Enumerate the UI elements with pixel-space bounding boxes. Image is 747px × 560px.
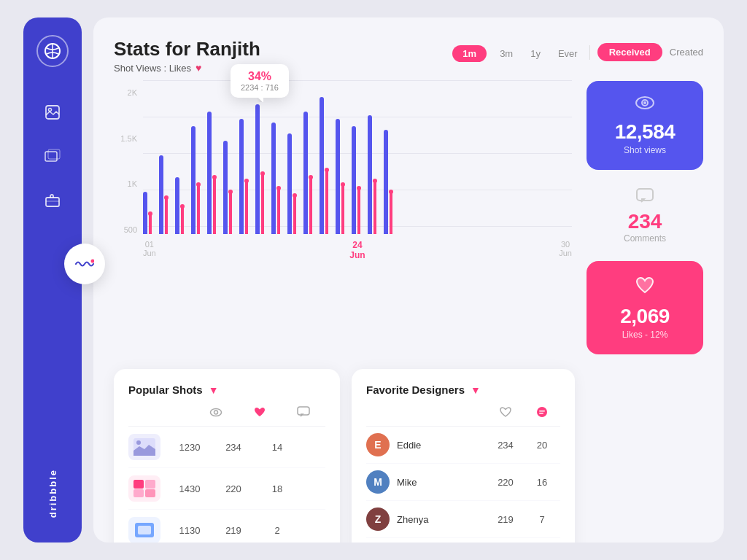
bar-group-10: [287, 133, 296, 234]
bar-group-16: [384, 130, 392, 234]
svg-point-11: [643, 101, 646, 104]
filter-1m[interactable]: 1m: [452, 45, 487, 62]
svg-rect-20: [133, 489, 144, 497]
bar-group-12: [320, 97, 328, 234]
activity-button[interactable]: [64, 244, 105, 284]
chart-container: 500 1K 1.5K 2K: [114, 81, 572, 271]
likes-value: 2,069: [598, 305, 692, 328]
svg-point-17: [136, 440, 141, 445]
stats-cards: 12,584 Shot views 234 Comments: [587, 81, 703, 354]
favorite-designers-title-text: Favorite Designers: [366, 384, 465, 396]
favorite-designers-dropdown[interactable]: ▼: [471, 384, 481, 396]
eddie-name: Eddie: [397, 440, 487, 451]
bar-group-1: [143, 192, 152, 234]
subtitle-text: Shot Views : Likes: [114, 63, 191, 74]
shot-3-comments: 2: [255, 525, 299, 536]
svg-rect-4: [45, 152, 57, 161]
popular-shots-dropdown[interactable]: ▼: [209, 384, 219, 396]
heart-icon: [598, 276, 692, 299]
shot-views-value: 12,584: [598, 120, 692, 144]
x-label-24: 24 Jun: [349, 240, 365, 260]
eddie-comments: 20: [524, 440, 560, 451]
page-title: Stats for Ranjith: [114, 38, 260, 61]
filter-ever[interactable]: Ever: [554, 45, 582, 62]
comments-label: Comments: [587, 233, 703, 244]
designers-likes-header: [487, 406, 524, 420]
bar-group-15: [368, 115, 376, 234]
eddie-likes: 234: [487, 440, 524, 451]
bottom-section: Popular Shots ▼: [114, 369, 703, 542]
zhenya-name: Zhenya: [397, 514, 487, 525]
designer-row-eddie: E Eddie 234 20: [366, 427, 560, 464]
bar-group-4: [191, 126, 200, 234]
popular-shots-title-text: Popular Shots: [128, 384, 203, 396]
chart-bars: 34% 2234 : 716: [143, 88, 572, 234]
x-label-01: 01 Jun: [143, 240, 156, 260]
x-label-30: 30 Jun: [559, 240, 572, 260]
filter-controls: 1m 3m 1y Ever Received Created: [452, 42, 703, 62]
subtitle-dot: ♥: [196, 62, 201, 74]
dribbble-logo[interactable]: [36, 35, 69, 67]
shot-thumb-2[interactable]: [128, 475, 160, 502]
tooltip-values: 2234 : 716: [241, 83, 279, 92]
shot-views-label: Shot views: [598, 145, 692, 155]
comments-col-header: [282, 406, 325, 420]
svg-rect-28: [539, 413, 543, 414]
comment-icon: [587, 187, 703, 207]
mike-likes: 220: [487, 477, 524, 488]
comments-value: 234: [587, 210, 703, 233]
bar-group-5: [207, 112, 216, 234]
briefcase-icon[interactable]: [36, 184, 69, 216]
chart-section: 500 1K 1.5K 2K: [114, 81, 703, 354]
shot-thumb-1[interactable]: [128, 434, 160, 460]
svg-rect-27: [539, 411, 545, 412]
shot-3-likes: 219: [212, 525, 255, 536]
zhenya-avatar: Z: [366, 508, 390, 531]
favorite-designers-card: Favorite Designers ▼ E Eddie: [352, 369, 575, 542]
tab-created[interactable]: Created: [670, 47, 703, 58]
y-label-1-5k: 1.5K: [114, 134, 137, 143]
shot-2-views: 1430: [168, 483, 212, 494]
designer-row-zhenya: Z Zhenya 219 7: [366, 501, 560, 538]
shots-table-header: [128, 406, 325, 427]
bar-group-8: 34% 2234 : 716: [255, 104, 264, 234]
image-collection-icon[interactable]: [36, 140, 69, 172]
main-content: Stats for Ranjith Shot Views : Likes ♥ 1…: [93, 18, 724, 542]
app-wrapper: dribbble Stats for Ranjith Shot Views : …: [23, 18, 724, 542]
bar-group-6: [223, 141, 232, 234]
designers-table-header: [366, 406, 560, 427]
zhenya-comments: 7: [524, 514, 560, 525]
filter-3m[interactable]: 3m: [495, 45, 517, 62]
y-label-2k: 2K: [114, 88, 137, 97]
shot-thumb-3[interactable]: [128, 517, 160, 542]
bar-group-7: [239, 119, 248, 234]
header: Stats for Ranjith Shot Views : Likes ♥ 1…: [114, 38, 703, 74]
svg-rect-19: [145, 480, 155, 489]
svg-point-3: [49, 109, 52, 112]
x-axis: 01 Jun 24 Jun 30 Jun: [143, 240, 572, 260]
shot-2-likes: 220: [212, 483, 255, 494]
likes-card: 2,069 Likes - 12%: [587, 261, 703, 354]
designers-comments-header: [524, 406, 560, 420]
svg-point-14: [214, 411, 218, 414]
popular-shots-card: Popular Shots ▼: [114, 369, 340, 542]
filter-1y[interactable]: 1y: [526, 45, 545, 62]
bar-group-9: [271, 122, 280, 234]
mike-name: Mike: [397, 477, 487, 488]
shot-1-views: 1230: [168, 442, 212, 453]
eye-icon: [598, 96, 692, 114]
popular-shots-title: Popular Shots ▼: [128, 384, 325, 396]
likes-col-header: [238, 406, 282, 420]
tab-received[interactable]: Received: [597, 43, 662, 61]
right-spacer: [587, 369, 703, 542]
svg-rect-6: [46, 198, 59, 206]
brand-name: dribbble: [47, 469, 58, 518]
y-label-500: 500: [114, 225, 137, 234]
time-filters: 1m 3m 1y Ever: [452, 45, 581, 62]
likes-label: Likes - 12%: [598, 330, 692, 340]
chart-tooltip: 34% 2234 : 716: [231, 64, 289, 98]
svg-point-13: [211, 409, 222, 416]
svg-rect-18: [133, 480, 144, 489]
gallery-icon[interactable]: [36, 96, 69, 128]
svg-rect-23: [138, 526, 151, 534]
